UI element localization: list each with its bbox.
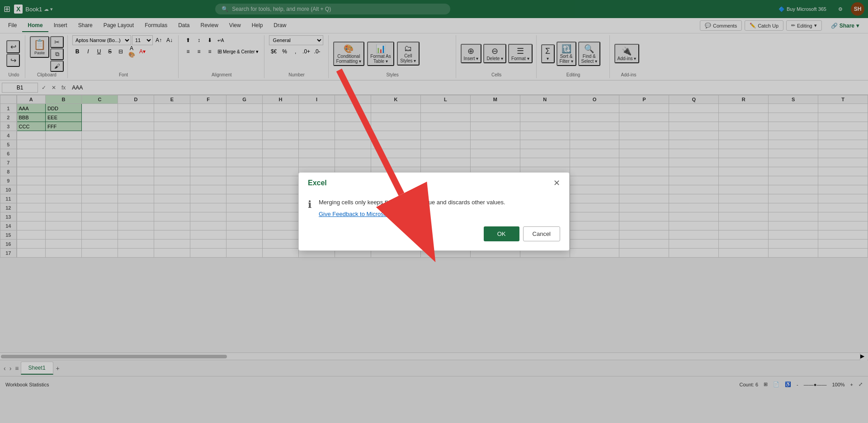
dialog-cancel-btn[interactable]: Cancel bbox=[523, 226, 560, 241]
info-icon: ℹ bbox=[308, 199, 311, 211]
dialog-close-btn[interactable]: ✕ bbox=[553, 179, 560, 187]
dialog-content: ℹ Merging cells only keeps the upper-lef… bbox=[308, 198, 560, 217]
dialog-message-container: Merging cells only keeps the upper-left … bbox=[319, 198, 505, 217]
dialog-body: ℹ Merging cells only keeps the upper-lef… bbox=[299, 191, 569, 250]
dialog-overlay: Excel ✕ ℹ Merging cells only keeps the u… bbox=[0, 0, 868, 423]
dialog-ok-btn[interactable]: OK bbox=[484, 226, 519, 241]
excel-dialog: Excel ✕ ℹ Merging cells only keeps the u… bbox=[298, 172, 570, 251]
feedback-link[interactable]: Give Feedback to Microsoft bbox=[319, 211, 390, 217]
dialog-buttons: OK Cancel bbox=[308, 226, 560, 241]
dialog-header: Excel ✕ bbox=[299, 173, 569, 191]
dialog-title: Excel bbox=[308, 179, 327, 187]
dialog-message: Merging cells only keeps the upper-left … bbox=[319, 198, 505, 207]
